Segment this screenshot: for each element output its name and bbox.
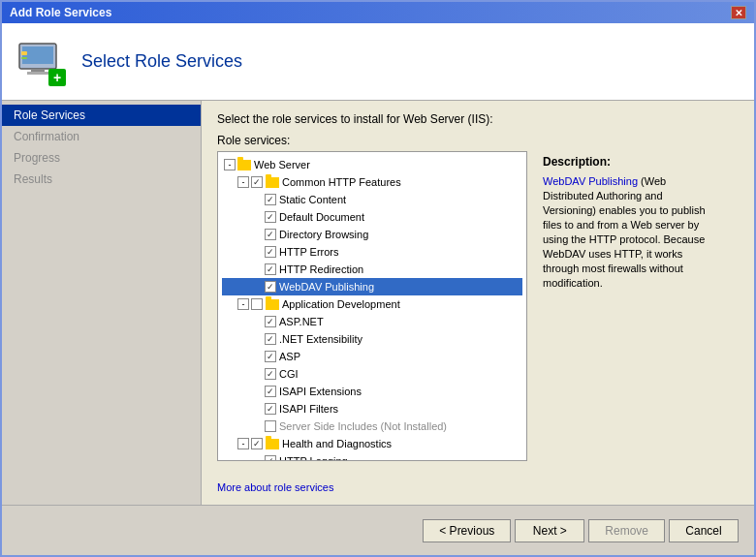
checkbox-dir-browsing[interactable]	[265, 229, 276, 240]
tree-label: Directory Browsing	[279, 227, 368, 242]
tree-label: Default Document	[279, 209, 364, 225]
tree-item-cgi[interactable]: CGI	[222, 365, 522, 383]
tree-label: WebDAV Publishing	[279, 279, 374, 294]
tree-label: Server Side Includes (Not Installed)	[279, 418, 447, 434]
tree-label: Common HTTP Features	[282, 174, 401, 190]
tree-item-http-redirect[interactable]: HTTP Redirection	[222, 261, 522, 278]
tree-item-health-diag[interactable]: - Health and Diagnostics	[222, 435, 522, 452]
sidebar-item-results: Results	[2, 169, 201, 190]
description-text: WebDAV Publishing (Web Distributed Autho…	[543, 174, 714, 291]
tree-item-common-http[interactable]: - Common HTTP Features	[222, 173, 522, 191]
header-panel: + Select Role Services	[2, 23, 754, 101]
cancel-button[interactable]: Cancel	[669, 519, 739, 542]
sidebar: Role Services Confirmation Progress Resu…	[2, 101, 202, 505]
checkbox-asp[interactable]	[265, 351, 276, 362]
checkbox-common-http[interactable]	[251, 176, 263, 188]
checkbox-http-errors[interactable]	[265, 246, 276, 258]
checkbox-aspnet[interactable]	[265, 316, 276, 327]
tree-label: HTTP Redirection	[279, 262, 363, 277]
checkbox-app-dev[interactable]	[251, 298, 263, 310]
checkbox-webdav[interactable]	[265, 281, 276, 293]
content-middle: - Web Server - Common HTTP Features	[217, 151, 739, 476]
checkbox-cgi[interactable]	[265, 368, 276, 380]
folder-icon	[237, 160, 251, 170]
folder-icon-health	[266, 439, 279, 449]
previous-button[interactable]: < Previous	[423, 519, 511, 542]
tree-item-asp[interactable]: ASP	[222, 348, 522, 365]
svg-rect-5	[21, 57, 27, 59]
tree-label: .NET Extensibility	[279, 331, 362, 347]
sidebar-item-confirmation: Confirmation	[2, 126, 201, 147]
tree-item-default-doc[interactable]: Default Document	[222, 208, 522, 226]
remove-button[interactable]: Remove	[588, 519, 665, 542]
role-services-label: Role services:	[217, 134, 739, 147]
tree-label: ASP	[279, 349, 300, 364]
checkbox-net-ext[interactable]	[265, 333, 276, 345]
description-body: (Web Distributed Authoring and Versionin…	[543, 175, 706, 289]
tree-label: Application Development	[282, 296, 400, 312]
checkbox-isapi-ext[interactable]	[265, 386, 276, 397]
description-label: Description:	[543, 155, 714, 169]
tree-item-webdav[interactable]: WebDAV Publishing	[222, 278, 522, 295]
sidebar-item-role-services[interactable]: Role Services	[2, 105, 201, 126]
expand-web-server[interactable]: -	[224, 159, 236, 170]
checkbox-health-diag[interactable]	[251, 438, 263, 449]
plus-badge: +	[48, 69, 66, 86]
tree-item-aspnet[interactable]: ASP.NET	[222, 313, 522, 330]
tree-item-dir-browsing[interactable]: Directory Browsing	[222, 226, 522, 243]
tree-label: Web Server	[254, 157, 310, 172]
tree-item-web-server[interactable]: - Web Server	[222, 156, 522, 173]
bottom-bar: < Previous Next > Remove Cancel	[2, 505, 754, 555]
checkbox-server-side-includes[interactable]	[265, 420, 276, 432]
checkbox-http-redirect[interactable]	[265, 263, 276, 275]
description-link[interactable]: WebDAV Publishing	[543, 175, 638, 187]
tree-label: CGI	[279, 366, 299, 382]
checkbox-static-content[interactable]	[265, 194, 276, 205]
tree-label: Static Content	[279, 192, 346, 207]
tree-label: HTTP Logging	[279, 453, 348, 461]
expand-app-dev[interactable]: -	[237, 298, 249, 310]
svg-rect-2	[31, 69, 45, 72]
tree-label: ISAPI Extensions	[279, 384, 362, 399]
svg-rect-4	[21, 51, 27, 55]
expand-health-diag[interactable]: -	[237, 438, 249, 449]
tree-label: ASP.NET	[279, 314, 324, 329]
description-panel: Description: WebDAV Publishing (Web Dist…	[539, 151, 718, 476]
svg-rect-1	[22, 46, 53, 64]
expand-common-http[interactable]: -	[237, 176, 249, 188]
tree-item-http-logging[interactable]: HTTP Logging	[222, 452, 522, 461]
tree-label: HTTP Errors	[279, 244, 339, 260]
tree-panel[interactable]: - Web Server - Common HTTP Features	[217, 151, 527, 461]
sidebar-item-progress: Progress	[2, 147, 201, 169]
tree-label: Health and Diagnostics	[282, 436, 392, 451]
folder-icon-common	[266, 177, 279, 188]
tree-item-isapi-ext[interactable]: ISAPI Extensions	[222, 383, 522, 400]
close-button[interactable]: ✕	[731, 6, 746, 19]
tree-item-isapi-filters[interactable]: ISAPI Filters	[222, 400, 522, 418]
tree-item-static-content[interactable]: Static Content	[222, 191, 522, 208]
header-icon: +	[17, 38, 66, 86]
title-bar: Add Role Services ✕	[2, 2, 754, 23]
next-button[interactable]: Next >	[515, 519, 584, 542]
content-intro: Select the role services to install for …	[217, 112, 739, 126]
tree-item-app-dev[interactable]: - Application Development	[222, 295, 522, 313]
add-role-services-window: Add Role Services ✕ + Select Role Servic…	[0, 0, 756, 557]
window-title: Add Role Services	[10, 6, 111, 19]
more-about-role-services-link[interactable]: More about role services	[217, 481, 739, 493]
main-content: Role Services Confirmation Progress Resu…	[2, 101, 754, 505]
tree-item-http-errors[interactable]: HTTP Errors	[222, 243, 522, 261]
tree-item-net-ext[interactable]: .NET Extensibility	[222, 330, 522, 348]
checkbox-isapi-filters[interactable]	[265, 403, 276, 415]
checkbox-default-doc[interactable]	[265, 211, 276, 223]
svg-rect-3	[27, 72, 48, 75]
tree-label: ISAPI Filters	[279, 401, 338, 417]
header-title: Select Role Services	[81, 51, 242, 72]
content-area: Select the role services to install for …	[202, 101, 754, 505]
folder-icon-app-dev	[266, 299, 279, 310]
tree-item-server-side-includes[interactable]: Server Side Includes (Not Installed)	[222, 418, 522, 435]
checkbox-http-logging[interactable]	[265, 455, 276, 461]
